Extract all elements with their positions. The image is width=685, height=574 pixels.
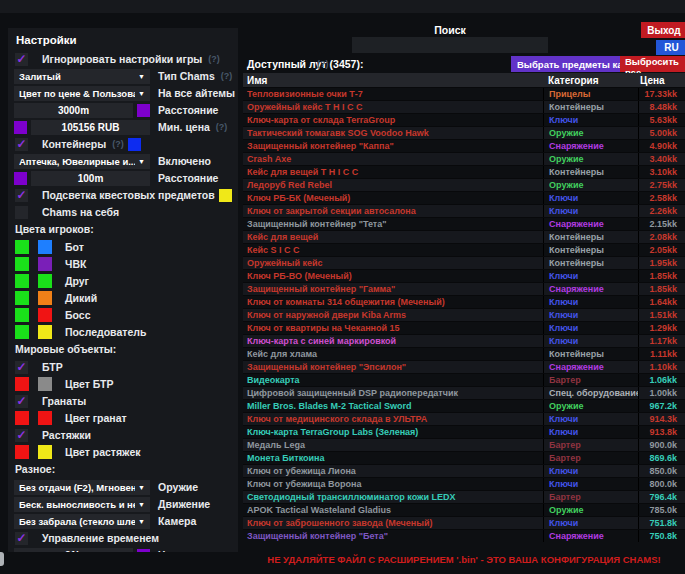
dropdown[interactable]: Беск. выносливость и нет уста▼ bbox=[14, 497, 150, 512]
setting-row-input: Расстояние bbox=[14, 103, 232, 117]
table-row[interactable]: ВидеокартаБартер1.06kk bbox=[243, 373, 685, 386]
checkbox[interactable]: ✓ bbox=[15, 138, 28, 151]
table-row[interactable]: Кейс для вещейКонтейнеры2.08kk bbox=[243, 230, 685, 243]
checkbox[interactable]: ✓ bbox=[15, 429, 28, 442]
checkbox[interactable]: ✓ bbox=[15, 53, 28, 66]
item-category: Оружие bbox=[543, 153, 638, 165]
table-row[interactable]: Кейс для вещей Т Н I С СКонтейнеры3.10kk bbox=[243, 165, 685, 178]
table-row[interactable]: Кейс S I C CКонтейнеры2.05kk bbox=[243, 243, 685, 256]
column-header-name: Имя bbox=[243, 75, 543, 86]
table-row[interactable]: Ключ от убежища ЛионаКлючи850.0k bbox=[243, 464, 685, 477]
side-handle[interactable] bbox=[0, 552, 4, 566]
value-input[interactable] bbox=[31, 120, 150, 135]
color-swatch[interactable] bbox=[38, 308, 52, 322]
dropdown[interactable]: Без забрала (стекло шлема)▼ bbox=[14, 514, 150, 529]
table-row[interactable]: Ключ от заброшенного завода (Меченый)Клю… bbox=[243, 516, 685, 529]
color-swatch[interactable] bbox=[38, 411, 52, 425]
table-row[interactable]: Кейс для хламаКонтейнеры1.11kk bbox=[243, 347, 685, 360]
color-swatch[interactable] bbox=[219, 189, 232, 202]
table-row[interactable]: APOK Tactical Wasteland GladiusОружие785… bbox=[243, 503, 685, 516]
color-swatch[interactable] bbox=[15, 325, 29, 339]
item-name: Защищенный контейнер "Тета" bbox=[243, 219, 543, 229]
color-swatch[interactable] bbox=[128, 138, 141, 151]
color-swatch[interactable] bbox=[15, 274, 29, 288]
table-row[interactable]: Ключ от убежища ВоронаКлючи800.0k bbox=[243, 477, 685, 490]
table-row[interactable]: Ключ от наружной двери Kiba ArmsКлючи1.5… bbox=[243, 308, 685, 321]
color-swatch[interactable] bbox=[15, 445, 29, 459]
item-price: 750.8k bbox=[638, 530, 685, 542]
table-row[interactable]: Crash AxeОружие3.40kk bbox=[243, 152, 685, 165]
dropdown[interactable]: Цвет по цене & Пользователь▼ bbox=[14, 86, 150, 101]
value-input[interactable] bbox=[14, 548, 133, 553]
color-swatch[interactable] bbox=[38, 445, 52, 459]
setting-label: Игнорировать настройки игры bbox=[42, 53, 202, 65]
table-row[interactable]: Ключ от медицинского склада в УЛЬТРАКлюч… bbox=[243, 412, 685, 425]
color-swatch[interactable] bbox=[14, 172, 27, 185]
table-row[interactable]: Защищенный контейнер "Гамма"Снаряжение1.… bbox=[243, 282, 685, 295]
search-input[interactable] bbox=[352, 37, 548, 53]
item-category: Бартер bbox=[543, 452, 638, 464]
dropdown[interactable]: Залитый▼ bbox=[14, 69, 150, 84]
table-row[interactable]: Ключ РБ-ВО (Меченый)Ключи1.85kk bbox=[243, 269, 685, 282]
table-row[interactable]: Оружейный кейс Т Н I С СКонтейнеры8.48kk bbox=[243, 100, 685, 113]
color-swatch[interactable] bbox=[38, 325, 52, 339]
language-button[interactable]: RU bbox=[656, 40, 685, 55]
color-swatch[interactable] bbox=[38, 257, 52, 271]
table-row[interactable]: Цифровой защищенный DSP радиопередатчикС… bbox=[243, 386, 685, 399]
table-row[interactable]: Тепловизионные очки Т-7Прицелы17.33kk bbox=[243, 87, 685, 100]
dropdown[interactable]: Аптечка, Ювелирные и...▼ bbox=[14, 154, 150, 169]
table-row[interactable]: Защищенный контейнер "Каппа"Снаряжение4.… bbox=[243, 139, 685, 152]
table-row[interactable]: Защищенный контейнер "Бета"Снаряжение750… bbox=[243, 529, 685, 542]
setting-label: Мин. цена bbox=[158, 121, 210, 133]
item-name: Ледоруб Red Rebel bbox=[243, 180, 543, 190]
table-row[interactable]: Ключ-карта TerraGroup Labs (Зеленая)Ключ… bbox=[243, 425, 685, 438]
dropdown[interactable]: Без отдачи (F2), Мгновенное п▼ bbox=[14, 480, 150, 495]
table-row[interactable]: Ключ от комнаты 314 общежития (Меченый)К… bbox=[243, 295, 685, 308]
setting-row-colorrow: Цвет гранат bbox=[15, 411, 232, 425]
table-row[interactable]: Защищенный контейнер "Эпсилон"Снаряжение… bbox=[243, 360, 685, 373]
color-swatch[interactable] bbox=[38, 377, 52, 391]
item-price: 913.8k bbox=[638, 426, 685, 438]
table-row[interactable]: Ключ-карта с синей маркировкойКлючи1.17k… bbox=[243, 334, 685, 347]
table-row[interactable]: Ключ-карта от склада TerraGroupКлючи5.63… bbox=[243, 113, 685, 126]
table-row[interactable]: Медаль LegaБартер900.0k bbox=[243, 438, 685, 451]
table-row[interactable]: Светодиодный трансиллюминатор кожи LEDXБ… bbox=[243, 490, 685, 503]
checkbox[interactable]: ✓ bbox=[15, 532, 28, 545]
dropdown-value: Без забрала (стекло шлема) bbox=[19, 516, 135, 527]
color-swatch[interactable] bbox=[137, 104, 150, 117]
color-swatch[interactable] bbox=[137, 549, 150, 553]
table-row[interactable]: Тактический томагавк SOG Voodoo HawkОруж… bbox=[243, 126, 685, 139]
color-swatch[interactable] bbox=[15, 240, 29, 254]
value-input[interactable] bbox=[14, 103, 133, 118]
color-swatch[interactable] bbox=[14, 121, 27, 134]
checkbox[interactable] bbox=[15, 206, 28, 219]
setting-row-colorrow: Последователь bbox=[15, 325, 232, 339]
color-swatch[interactable] bbox=[38, 240, 52, 254]
drop-all-button[interactable]: Выбросить все bbox=[620, 56, 685, 72]
value-input[interactable] bbox=[31, 171, 150, 186]
exit-button[interactable]: Выход bbox=[641, 22, 685, 38]
item-name: Медаль Lega bbox=[243, 440, 543, 450]
color-swatch[interactable] bbox=[38, 291, 52, 305]
table-row[interactable]: Ключ РБ-БК (Меченый)Ключи2.58kk bbox=[243, 191, 685, 204]
color-swatch[interactable] bbox=[15, 308, 29, 322]
table-row[interactable]: Ключ от квартиры на Чеканной 15Ключи1.29… bbox=[243, 321, 685, 334]
color-swatch[interactable] bbox=[15, 411, 29, 425]
checkbox[interactable]: ✓ bbox=[15, 395, 28, 408]
setting-row-dropdown: Залитый▼Тип Chams(?) bbox=[14, 69, 232, 83]
table-row[interactable]: Монета БиткоинаБартер869.6k bbox=[243, 451, 685, 464]
color-swatch[interactable] bbox=[15, 377, 29, 391]
setting-label: Тип Chams bbox=[158, 70, 215, 82]
table-row[interactable]: Оружейный кейсКонтейнеры1.95kk bbox=[243, 256, 685, 269]
table-row[interactable]: Miller Bros. Blades M-2 Tactical SwordОр… bbox=[243, 399, 685, 412]
color-swatch[interactable] bbox=[15, 257, 29, 271]
color-swatch[interactable] bbox=[38, 274, 52, 288]
item-category: Оружие bbox=[543, 179, 638, 191]
table-row[interactable]: Ключ от закрытой секции автосалонаКлючи2… bbox=[243, 204, 685, 217]
table-row[interactable]: Ледоруб Red RebelОружие2.75kk bbox=[243, 178, 685, 191]
checkbox[interactable]: ✓ bbox=[15, 189, 28, 202]
setting-row-checkbox: Chams на себя bbox=[14, 205, 232, 219]
table-row[interactable]: Защищенный контейнер "Тета"Снаряжение2.1… bbox=[243, 217, 685, 230]
color-swatch[interactable] bbox=[15, 291, 29, 305]
checkbox[interactable]: ✓ bbox=[15, 361, 28, 374]
